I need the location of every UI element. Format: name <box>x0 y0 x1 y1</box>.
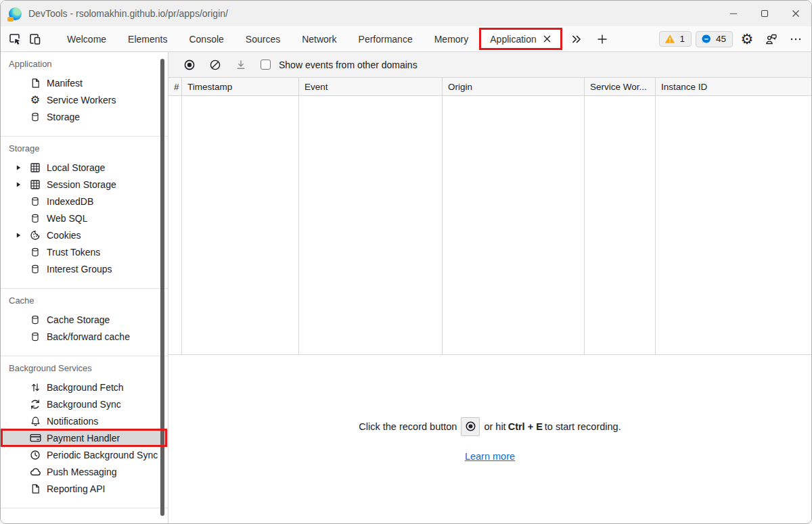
sidebar-item-label: Notifications <box>47 416 98 427</box>
sidebar-item-indexeddb[interactable]: IndexedDB <box>1 193 168 210</box>
tab-label: Console <box>189 34 223 45</box>
empty-state-instruction: Click the record button or hit Ctrl + E … <box>357 417 623 436</box>
cloud-icon <box>29 467 41 477</box>
sidebar-item-payment-handler[interactable]: Payment Handler <box>1 429 168 446</box>
shortcut-text: Ctrl + E <box>508 421 543 432</box>
expand-arrow-icon[interactable] <box>16 164 29 171</box>
tab-application[interactable]: Application <box>479 26 562 51</box>
sidebar-item-trust-tokens[interactable]: Trust Tokens <box>1 243 168 260</box>
minimize-button[interactable] <box>718 1 749 26</box>
sidebar-item-notifications[interactable]: Notifications <box>1 412 168 429</box>
column-body-timestamp <box>182 96 299 354</box>
close-button[interactable] <box>780 1 811 26</box>
learn-more-link[interactable]: Learn more <box>465 451 515 462</box>
tab-network[interactable]: Network <box>291 26 347 51</box>
tab-performance[interactable]: Performance <box>348 26 424 51</box>
events-table-header: #TimestampEventOriginService Wor...Insta… <box>168 78 811 96</box>
inspect-icon[interactable] <box>5 29 25 49</box>
sidebar-item-web-sql[interactable]: Web SQL <box>1 210 168 227</box>
sidebar-item-label: Local Storage <box>47 162 105 173</box>
sidebar-item-background-fetch[interactable]: Background Fetch <box>1 379 168 396</box>
sidebar-section-application: ApplicationManifest⚙Service WorkersStora… <box>1 52 168 137</box>
sidebar-item-reporting-api[interactable]: Reporting API <box>1 480 168 497</box>
sidebar-scrollbar[interactable] <box>160 59 164 516</box>
column-header-[interactable]: # <box>168 78 182 95</box>
sidebar-item-push-messaging[interactable]: Push Messaging <box>1 463 168 480</box>
add-tab-icon[interactable] <box>592 29 612 49</box>
instruction-text-prefix: or hit <box>484 421 505 432</box>
application-panel-main: Show events from other domains #Timestam… <box>168 52 811 523</box>
sidebar-item-label: Back/forward cache <box>47 331 130 342</box>
feedback-icon[interactable] <box>761 29 782 49</box>
sidebar-item-interest-groups[interactable]: Interest Groups <box>1 260 168 277</box>
sidebar-item-storage[interactable]: Storage <box>1 108 168 125</box>
events-table-body <box>168 96 811 355</box>
sidebar-section-cache: CacheCache StorageBack/forward cache <box>1 289 168 356</box>
more-menu-icon[interactable] <box>786 29 806 49</box>
table-icon <box>29 162 41 173</box>
tab-welcome[interactable]: Welcome <box>56 26 117 51</box>
tab-elements[interactable]: Elements <box>117 26 178 51</box>
show-events-checkbox[interactable] <box>261 59 271 70</box>
sidebar-item-label: Service Workers <box>47 95 116 105</box>
sidebar-item-label: IndexedDB <box>47 196 93 207</box>
column-header-event[interactable]: Event <box>299 78 443 95</box>
column-body-event <box>299 96 443 354</box>
sidebar-item-local-storage[interactable]: Local Storage <box>1 159 168 176</box>
maximize-button[interactable] <box>749 1 780 26</box>
window-title: DevTools - rsolomakhin.github.io/pr/apps… <box>28 8 228 19</box>
section-title: Application <box>1 57 168 74</box>
column-header-instance-id[interactable]: Instance ID <box>656 78 811 95</box>
bell-icon <box>29 416 41 427</box>
column-header-service-wor[interactable]: Service Wor... <box>585 78 656 95</box>
sidebar-item-label: Web SQL <box>47 213 87 224</box>
expand-arrow-icon[interactable] <box>16 181 29 188</box>
gear-icon: ⚙ <box>29 95 41 105</box>
sidebar-item-periodic-background-sync[interactable]: Periodic Background Sync <box>1 446 168 463</box>
document-icon <box>29 78 41 89</box>
close-tab-icon[interactable] <box>543 34 551 43</box>
settings-gear-icon[interactable]: ⚙ <box>737 29 757 49</box>
record-button[interactable] <box>178 55 201 75</box>
sidebar-item-manifest[interactable]: Manifest <box>1 74 168 91</box>
section-title: Background Services <box>1 362 168 379</box>
sidebar-item-session-storage[interactable]: Session Storage <box>1 176 168 193</box>
sidebar-item-label: Manifest <box>47 78 83 89</box>
database-icon <box>29 112 41 122</box>
sidebar-item-back-forward-cache[interactable]: Back/forward cache <box>1 328 168 345</box>
tab-label: Sources <box>246 34 280 45</box>
column-body- <box>168 96 182 354</box>
warning-badge[interactable]: 1 <box>659 31 692 47</box>
sidebar-item-cookies[interactable]: Cookies <box>1 227 168 243</box>
clock-icon <box>29 450 41 460</box>
instruction-text-suffix: to start recording. <box>545 421 621 432</box>
tab-sources[interactable]: Sources <box>235 26 291 51</box>
more-tabs-icon[interactable] <box>566 29 587 49</box>
tab-bar-right-cluster: 1 45 ⚙ <box>659 29 806 49</box>
sidebar-item-service-workers[interactable]: ⚙Service Workers <box>1 91 168 108</box>
sidebar-item-label: Background Sync <box>47 399 121 410</box>
sidebar-item-label: Background Fetch <box>47 382 124 393</box>
sidebar-item-label: Interest Groups <box>47 264 112 275</box>
column-header-origin[interactable]: Origin <box>443 78 585 95</box>
sidebar-section-background-services: Background ServicesBackground FetchBackg… <box>1 356 168 508</box>
table-icon <box>29 179 41 190</box>
warning-count: 1 <box>679 34 685 44</box>
tab-memory[interactable]: Memory <box>424 26 480 51</box>
database-icon <box>29 331 41 342</box>
database-icon <box>29 213 41 224</box>
column-header-timestamp[interactable]: Timestamp <box>182 78 299 95</box>
section-title: Cache <box>1 294 168 311</box>
message-badge[interactable]: 45 <box>696 31 733 47</box>
devtools-content: ApplicationManifest⚙Service WorkersStora… <box>1 52 811 523</box>
sync-icon <box>29 399 41 410</box>
column-body-service-wor <box>585 96 656 354</box>
save-events-button[interactable] <box>229 55 252 75</box>
clear-button[interactable] <box>204 55 227 75</box>
device-toolbar-icon[interactable] <box>25 29 45 49</box>
sidebar-item-cache-storage[interactable]: Cache Storage <box>1 311 168 328</box>
expand-arrow-icon[interactable] <box>16 232 29 239</box>
sidebar-item-label: Cookies <box>47 230 81 241</box>
sidebar-item-background-sync[interactable]: Background Sync <box>1 396 168 412</box>
tab-console[interactable]: Console <box>178 26 234 51</box>
